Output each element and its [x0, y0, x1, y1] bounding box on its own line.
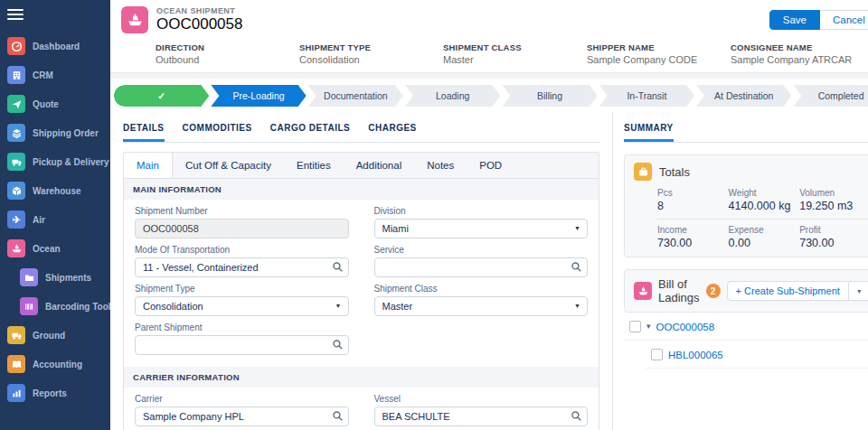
mode-of-transportation-input[interactable]: [135, 257, 349, 277]
hamburger-menu-icon[interactable]: [7, 9, 24, 20]
sidebar-item-label: Warehouse: [33, 186, 81, 196]
warehouse-box-icon: [7, 182, 25, 200]
path-step-pre-loading[interactable]: Pre-Loading: [211, 85, 306, 107]
accounting-book-icon: [7, 355, 25, 373]
ocean-ship-icon: [7, 239, 25, 257]
sidebar-item-label: Accounting: [33, 360, 82, 369]
row-checkbox[interactable]: [629, 321, 641, 332]
row-checkbox[interactable]: [651, 349, 663, 360]
sidebar-item-label: CRM: [33, 70, 53, 80]
path-step-documentation[interactable]: Documentation: [308, 85, 403, 107]
create-sub-shipment-button[interactable]: + Create Sub-Shipment: [727, 281, 849, 301]
stat-weight: Weight 4140.000 kg: [729, 188, 800, 212]
count-badge: 2: [706, 284, 721, 298]
shipment-link[interactable]: OOC000058: [656, 322, 715, 332]
object-label: OCEAN SHIPMENT: [156, 6, 242, 15]
page-title: OOC000058: [156, 15, 242, 33]
section-carrier-information: CARRIER INFORMATION: [124, 367, 599, 388]
shipment-class-select[interactable]: Master: [374, 296, 589, 316]
subtab-cutoff-capacity[interactable]: Cut Off & Capacity: [173, 153, 284, 178]
sidebar-item-barcoding-tools[interactable]: Barcoding Tools: [0, 293, 110, 320]
sidebar-item-label: Shipping Order: [33, 128, 99, 138]
page: Dashboard CRM Quote Shipping Order Picku…: [0, 0, 868, 430]
progress-path: ✓ Pre-Loading Documentation Loading Bill…: [110, 79, 868, 112]
field-shipper-name: SHIPPER NAME Sample Company CODE: [587, 42, 731, 65]
subtab-notes[interactable]: Notes: [414, 153, 467, 178]
shipment-number-input[interactable]: [135, 219, 349, 238]
create-sub-shipment-menu-button[interactable]: ▼: [849, 281, 868, 301]
field-consignee-name: CONSIGNEE NAME Sample Company ATRCAR: [731, 42, 868, 65]
field-shipment-type: Shipment Type Consolidation ▼: [135, 284, 349, 316]
shipment-type-select[interactable]: Consolidation: [135, 296, 349, 316]
stat-income: Income 730.00: [657, 225, 729, 249]
totals-title: Totals: [659, 165, 690, 179]
details-card: Main Cut Off & Capacity Entities Additio…: [123, 152, 599, 430]
path-step-in-transit[interactable]: In-Transit: [599, 85, 694, 107]
sidebar-item-dashboard[interactable]: Dashboard: [0, 33, 110, 60]
path-step-complete[interactable]: ✓: [114, 85, 209, 107]
field-vessel: Vessel: [374, 394, 589, 426]
bill-of-ladings-title: Bill of Ladings: [658, 277, 700, 304]
path-step-billing[interactable]: Billing: [502, 85, 597, 107]
record-header: OCEAN SHIPMENT OOC000058 Save Cancel DIR…: [110, 0, 868, 73]
sidebar-item-accounting[interactable]: Accounting: [0, 351, 110, 378]
sidebar-item-ocean[interactable]: Ocean: [0, 235, 110, 262]
subtab-additional[interactable]: Additional: [344, 153, 415, 178]
tab-commodities[interactable]: COMMODITIES: [183, 123, 252, 142]
path-step-loading[interactable]: Loading: [405, 85, 500, 107]
tab-charges[interactable]: CHARGES: [368, 123, 417, 142]
parent-shipment-input[interactable]: [135, 335, 349, 355]
field-shipment-number: Shipment Number: [135, 206, 349, 238]
hbl-link[interactable]: HBL000065: [668, 350, 723, 360]
sidebar: Dashboard CRM Quote Shipping Order Picku…: [0, 0, 110, 430]
ground-truck-icon: [7, 326, 25, 344]
sidebar-item-quote[interactable]: Quote: [0, 90, 110, 117]
sidebar-item-label: Shipments: [45, 273, 91, 283]
path-step-completed[interactable]: Completed: [793, 85, 868, 107]
plus-icon: +: [736, 285, 741, 296]
stat-expense: Expense 0.00: [729, 225, 800, 249]
bol-tree-row-parent: ▾ OOC000058: [624, 313, 868, 341]
sidebar-item-label: Pickup & Delivery: [33, 157, 108, 167]
caret-down-icon: ▼: [856, 288, 863, 294]
subtab-entities[interactable]: Entities: [284, 153, 344, 178]
crm-icon: [7, 66, 25, 84]
field-carrier: Carrier: [135, 394, 349, 426]
service-input[interactable]: [374, 257, 589, 277]
sidebar-item-label: Reports: [33, 388, 67, 398]
caret-down-icon: ▼: [335, 303, 342, 309]
sidebar-item-crm[interactable]: CRM: [0, 61, 110, 89]
path-step-at-destination[interactable]: At Destination: [696, 85, 791, 107]
highlight-fields: DIRECTION Outbound SHIPMENT TYPE Consoli…: [156, 42, 868, 65]
save-button[interactable]: Save: [769, 10, 820, 30]
sidebar-item-reports[interactable]: Reports: [0, 379, 110, 407]
summary-tabs: SUMMARY: [624, 112, 868, 143]
shipments-folder-icon: [20, 268, 38, 286]
stat-volumen: Volumen 19.250 m3: [799, 188, 868, 212]
cancel-button[interactable]: Cancel: [820, 10, 868, 30]
caret-down-icon: ▼: [574, 303, 580, 309]
subtab-main[interactable]: Main: [124, 153, 173, 178]
quote-icon: [7, 95, 25, 113]
sidebar-item-shipments[interactable]: Shipments: [0, 264, 110, 291]
sidebar-item-air[interactable]: ✈ Air: [0, 206, 110, 233]
field-shipment-class: Shipment Class Master ▼: [374, 284, 589, 316]
division-select[interactable]: Miami: [374, 219, 589, 238]
reports-chart-icon: [7, 384, 25, 402]
tab-cargo-details[interactable]: CARGO DETAILS: [270, 123, 351, 142]
content-card: ✓ Pre-Loading Documentation Loading Bill…: [110, 79, 868, 430]
sidebar-item-pickup-delivery[interactable]: Pickup & Delivery: [0, 148, 110, 175]
chevron-down-icon[interactable]: ▾: [646, 322, 651, 331]
tab-summary[interactable]: SUMMARY: [624, 123, 674, 142]
sidebar-item-label: Ground: [33, 331, 65, 341]
carrier-input[interactable]: [135, 407, 349, 426]
subtab-pod[interactable]: POD: [467, 153, 514, 178]
sidebar-item-ground[interactable]: Ground: [0, 322, 110, 349]
section-main-information: MAIN INFORMATION: [124, 179, 599, 200]
pickup-delivery-truck-icon: [7, 153, 25, 171]
sidebar-item-shipping-order[interactable]: Shipping Order: [0, 119, 110, 146]
vessel-input[interactable]: [374, 407, 589, 426]
field-service: Service: [374, 245, 589, 277]
tab-details[interactable]: DETAILS: [123, 123, 165, 142]
sidebar-item-warehouse[interactable]: Warehouse: [0, 177, 110, 204]
